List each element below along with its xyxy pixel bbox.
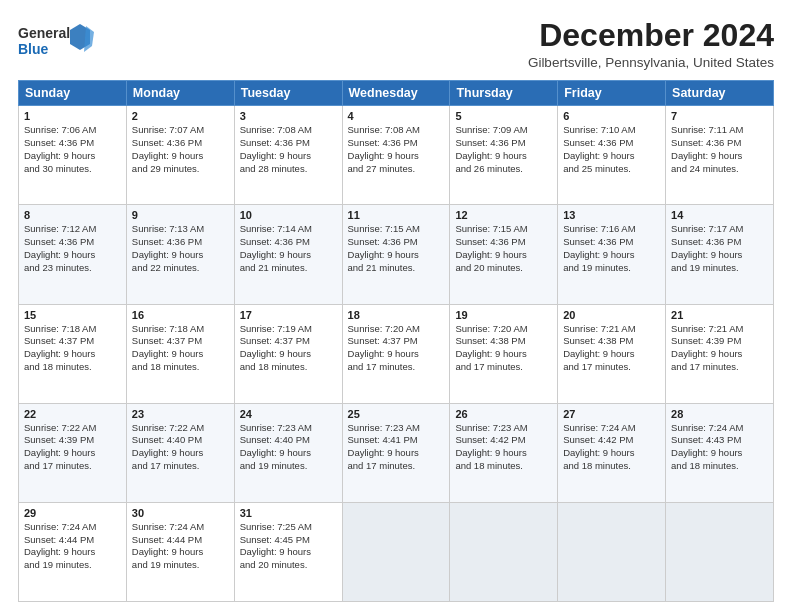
- calendar-cell: [666, 502, 774, 601]
- day-number: 17: [240, 309, 337, 321]
- cell-content: Sunrise: 7:06 AMSunset: 4:36 PMDaylight:…: [24, 124, 121, 175]
- calendar-cell: 28Sunrise: 7:24 AMSunset: 4:43 PMDayligh…: [666, 403, 774, 502]
- cell-content: Sunrise: 7:23 AMSunset: 4:41 PMDaylight:…: [348, 422, 445, 473]
- calendar-cell: 14Sunrise: 7:17 AMSunset: 4:36 PMDayligh…: [666, 205, 774, 304]
- day-number: 3: [240, 110, 337, 122]
- calendar-table: SundayMondayTuesdayWednesdayThursdayFrid…: [18, 80, 774, 602]
- day-number: 9: [132, 209, 229, 221]
- cell-content: Sunrise: 7:18 AMSunset: 4:37 PMDaylight:…: [132, 323, 229, 374]
- day-number: 4: [348, 110, 445, 122]
- page: General Blue December 2024 Gilbertsville…: [0, 0, 792, 612]
- calendar-cell: 18Sunrise: 7:20 AMSunset: 4:37 PMDayligh…: [342, 304, 450, 403]
- cell-content: Sunrise: 7:15 AMSunset: 4:36 PMDaylight:…: [348, 223, 445, 274]
- day-number: 16: [132, 309, 229, 321]
- calendar-week-4: 22Sunrise: 7:22 AMSunset: 4:39 PMDayligh…: [19, 403, 774, 502]
- cell-content: Sunrise: 7:07 AMSunset: 4:36 PMDaylight:…: [132, 124, 229, 175]
- logo-svg: General Blue: [18, 22, 98, 60]
- day-number: 18: [348, 309, 445, 321]
- day-number: 31: [240, 507, 337, 519]
- month-title: December 2024: [528, 18, 774, 53]
- calendar-cell: 15Sunrise: 7:18 AMSunset: 4:37 PMDayligh…: [19, 304, 127, 403]
- svg-text:General: General: [18, 25, 70, 41]
- calendar-cell: 24Sunrise: 7:23 AMSunset: 4:40 PMDayligh…: [234, 403, 342, 502]
- cell-content: Sunrise: 7:12 AMSunset: 4:36 PMDaylight:…: [24, 223, 121, 274]
- day-number: 11: [348, 209, 445, 221]
- header: General Blue December 2024 Gilbertsville…: [18, 18, 774, 70]
- cell-content: Sunrise: 7:20 AMSunset: 4:38 PMDaylight:…: [455, 323, 552, 374]
- cell-content: Sunrise: 7:17 AMSunset: 4:36 PMDaylight:…: [671, 223, 768, 274]
- day-number: 2: [132, 110, 229, 122]
- col-header-monday: Monday: [126, 81, 234, 106]
- cell-content: Sunrise: 7:13 AMSunset: 4:36 PMDaylight:…: [132, 223, 229, 274]
- calendar-cell: 1Sunrise: 7:06 AMSunset: 4:36 PMDaylight…: [19, 106, 127, 205]
- calendar-cell: 10Sunrise: 7:14 AMSunset: 4:36 PMDayligh…: [234, 205, 342, 304]
- day-number: 6: [563, 110, 660, 122]
- calendar-cell: 4Sunrise: 7:08 AMSunset: 4:36 PMDaylight…: [342, 106, 450, 205]
- logo: General Blue: [18, 22, 98, 63]
- day-number: 22: [24, 408, 121, 420]
- svg-text:Blue: Blue: [18, 41, 49, 57]
- calendar-cell: [342, 502, 450, 601]
- cell-content: Sunrise: 7:21 AMSunset: 4:39 PMDaylight:…: [671, 323, 768, 374]
- cell-content: Sunrise: 7:23 AMSunset: 4:40 PMDaylight:…: [240, 422, 337, 473]
- location: Gilbertsville, Pennsylvania, United Stat…: [528, 55, 774, 70]
- cell-content: Sunrise: 7:11 AMSunset: 4:36 PMDaylight:…: [671, 124, 768, 175]
- day-number: 23: [132, 408, 229, 420]
- calendar-cell: 13Sunrise: 7:16 AMSunset: 4:36 PMDayligh…: [558, 205, 666, 304]
- col-header-friday: Friday: [558, 81, 666, 106]
- cell-content: Sunrise: 7:20 AMSunset: 4:37 PMDaylight:…: [348, 323, 445, 374]
- day-number: 26: [455, 408, 552, 420]
- cell-content: Sunrise: 7:09 AMSunset: 4:36 PMDaylight:…: [455, 124, 552, 175]
- day-number: 7: [671, 110, 768, 122]
- calendar-cell: 3Sunrise: 7:08 AMSunset: 4:36 PMDaylight…: [234, 106, 342, 205]
- col-header-thursday: Thursday: [450, 81, 558, 106]
- calendar-week-1: 1Sunrise: 7:06 AMSunset: 4:36 PMDaylight…: [19, 106, 774, 205]
- day-number: 20: [563, 309, 660, 321]
- calendar-cell: 23Sunrise: 7:22 AMSunset: 4:40 PMDayligh…: [126, 403, 234, 502]
- cell-content: Sunrise: 7:19 AMSunset: 4:37 PMDaylight:…: [240, 323, 337, 374]
- calendar-cell: 25Sunrise: 7:23 AMSunset: 4:41 PMDayligh…: [342, 403, 450, 502]
- calendar-cell: 2Sunrise: 7:07 AMSunset: 4:36 PMDaylight…: [126, 106, 234, 205]
- cell-content: Sunrise: 7:23 AMSunset: 4:42 PMDaylight:…: [455, 422, 552, 473]
- calendar-cell: 6Sunrise: 7:10 AMSunset: 4:36 PMDaylight…: [558, 106, 666, 205]
- calendar-week-3: 15Sunrise: 7:18 AMSunset: 4:37 PMDayligh…: [19, 304, 774, 403]
- calendar-cell: 27Sunrise: 7:24 AMSunset: 4:42 PMDayligh…: [558, 403, 666, 502]
- cell-content: Sunrise: 7:21 AMSunset: 4:38 PMDaylight:…: [563, 323, 660, 374]
- cell-content: Sunrise: 7:08 AMSunset: 4:36 PMDaylight:…: [240, 124, 337, 175]
- calendar-cell: 29Sunrise: 7:24 AMSunset: 4:44 PMDayligh…: [19, 502, 127, 601]
- day-number: 27: [563, 408, 660, 420]
- calendar-header-row: SundayMondayTuesdayWednesdayThursdayFrid…: [19, 81, 774, 106]
- day-number: 8: [24, 209, 121, 221]
- day-number: 15: [24, 309, 121, 321]
- day-number: 25: [348, 408, 445, 420]
- day-number: 13: [563, 209, 660, 221]
- day-number: 1: [24, 110, 121, 122]
- calendar-cell: 20Sunrise: 7:21 AMSunset: 4:38 PMDayligh…: [558, 304, 666, 403]
- cell-content: Sunrise: 7:24 AMSunset: 4:44 PMDaylight:…: [132, 521, 229, 572]
- cell-content: Sunrise: 7:24 AMSunset: 4:44 PMDaylight:…: [24, 521, 121, 572]
- calendar-cell: 9Sunrise: 7:13 AMSunset: 4:36 PMDaylight…: [126, 205, 234, 304]
- col-header-saturday: Saturday: [666, 81, 774, 106]
- calendar-cell: 30Sunrise: 7:24 AMSunset: 4:44 PMDayligh…: [126, 502, 234, 601]
- cell-content: Sunrise: 7:22 AMSunset: 4:40 PMDaylight:…: [132, 422, 229, 473]
- cell-content: Sunrise: 7:14 AMSunset: 4:36 PMDaylight:…: [240, 223, 337, 274]
- col-header-sunday: Sunday: [19, 81, 127, 106]
- calendar-cell: 19Sunrise: 7:20 AMSunset: 4:38 PMDayligh…: [450, 304, 558, 403]
- calendar-cell: [558, 502, 666, 601]
- calendar-cell: 8Sunrise: 7:12 AMSunset: 4:36 PMDaylight…: [19, 205, 127, 304]
- day-number: 5: [455, 110, 552, 122]
- day-number: 28: [671, 408, 768, 420]
- calendar-week-5: 29Sunrise: 7:24 AMSunset: 4:44 PMDayligh…: [19, 502, 774, 601]
- cell-content: Sunrise: 7:25 AMSunset: 4:45 PMDaylight:…: [240, 521, 337, 572]
- cell-content: Sunrise: 7:16 AMSunset: 4:36 PMDaylight:…: [563, 223, 660, 274]
- calendar-cell: 21Sunrise: 7:21 AMSunset: 4:39 PMDayligh…: [666, 304, 774, 403]
- day-number: 21: [671, 309, 768, 321]
- calendar-week-2: 8Sunrise: 7:12 AMSunset: 4:36 PMDaylight…: [19, 205, 774, 304]
- cell-content: Sunrise: 7:10 AMSunset: 4:36 PMDaylight:…: [563, 124, 660, 175]
- cell-content: Sunrise: 7:24 AMSunset: 4:43 PMDaylight:…: [671, 422, 768, 473]
- day-number: 29: [24, 507, 121, 519]
- calendar-cell: [450, 502, 558, 601]
- title-block: December 2024 Gilbertsville, Pennsylvani…: [528, 18, 774, 70]
- cell-content: Sunrise: 7:08 AMSunset: 4:36 PMDaylight:…: [348, 124, 445, 175]
- calendar-cell: 5Sunrise: 7:09 AMSunset: 4:36 PMDaylight…: [450, 106, 558, 205]
